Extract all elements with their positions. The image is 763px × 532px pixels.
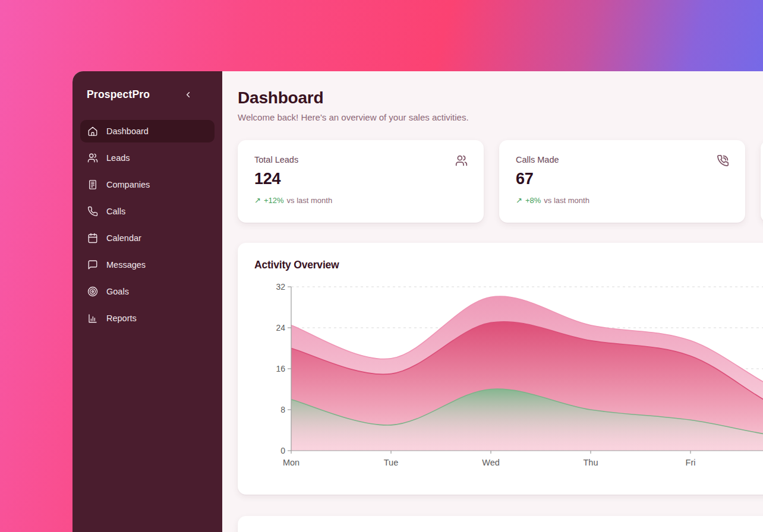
sidebar-nav: DashboardLeadsCompaniesCallsCalendarMess… xyxy=(80,120,215,330)
sidebar-item-goals[interactable]: Goals xyxy=(80,280,215,303)
stat-label: Total Leads xyxy=(254,155,467,164)
sidebar: ProspectPro DashboardLeadsCompaniesCalls… xyxy=(72,71,222,532)
sidebar-item-companies[interactable]: Companies xyxy=(80,173,215,196)
main-content: Dashboard Welcome back! Here's an overvi… xyxy=(222,71,763,532)
stat-card-calls-made: Calls Made67↗+8%vs last month xyxy=(499,140,745,223)
sidebar-item-dashboard[interactable]: Dashboard xyxy=(80,120,215,142)
trend-up-arrow-icon: ↗ xyxy=(254,196,261,205)
svg-text:Mon: Mon xyxy=(283,458,299,467)
sidebar-item-messages[interactable]: Messages xyxy=(80,254,215,276)
sidebar-item-label: Goals xyxy=(106,287,129,296)
phone-call-icon xyxy=(717,154,729,169)
svg-text:Thu: Thu xyxy=(584,458,598,467)
sidebar-header: ProspectPro xyxy=(80,86,215,101)
users-icon xyxy=(455,154,468,169)
calendar-icon xyxy=(87,233,98,243)
delta-note: vs last month xyxy=(287,196,333,205)
sidebar-item-reports[interactable]: Reports xyxy=(80,307,215,330)
sidebar-item-label: Calendar xyxy=(106,233,141,243)
delta-percent: +12% xyxy=(264,196,284,205)
sidebar-item-calls[interactable]: Calls xyxy=(80,200,215,223)
stat-card-total-leads: Total Leads124↗+12%vs last month xyxy=(238,140,484,223)
activity-chart: 08162432MonTueWedThuFriSatSun xyxy=(254,280,763,476)
sidebar-collapse-button[interactable] xyxy=(184,88,209,101)
svg-text:0: 0 xyxy=(280,446,285,455)
svg-text:32: 32 xyxy=(276,282,285,292)
stat-value: 67 xyxy=(516,170,729,188)
sidebar-item-label: Reports xyxy=(106,314,137,323)
svg-text:Tue: Tue xyxy=(384,458,398,467)
delta-percent: +8% xyxy=(525,196,541,205)
svg-text:24: 24 xyxy=(276,323,285,332)
sidebar-item-calendar[interactable]: Calendar xyxy=(80,227,215,249)
sidebar-item-label: Companies xyxy=(106,180,150,189)
svg-text:Fri: Fri xyxy=(686,458,696,467)
page-title: Dashboard xyxy=(238,88,763,108)
users-icon xyxy=(87,153,98,163)
svg-text:Wed: Wed xyxy=(482,458,500,467)
sidebar-item-leads[interactable]: Leads xyxy=(80,147,215,169)
chart-title: Activity Overview xyxy=(254,259,763,271)
stat-value: 124 xyxy=(254,170,467,188)
building-icon xyxy=(87,179,98,190)
target-icon xyxy=(87,286,98,297)
bottom-card-clipped xyxy=(238,516,763,532)
stat-label: Calls Made xyxy=(516,155,729,164)
delta-note: vs last month xyxy=(544,196,589,205)
home-icon xyxy=(87,126,98,137)
svg-text:8: 8 xyxy=(280,405,285,414)
stats-row: Total Leads124↗+12%vs last monthCalls Ma… xyxy=(238,140,763,223)
brand-logo-text: ProspectPro xyxy=(87,88,150,101)
phone-icon xyxy=(87,206,98,217)
app-window: ProspectPro DashboardLeadsCompaniesCalls… xyxy=(72,71,763,532)
sidebar-item-label: Leads xyxy=(106,153,130,163)
stat-delta: ↗+8%vs last month xyxy=(516,196,729,205)
sidebar-item-label: Messages xyxy=(106,260,146,270)
message-square-icon xyxy=(87,259,98,270)
sidebar-item-label: Dashboard xyxy=(106,126,149,136)
bar-chart-icon xyxy=(87,313,98,324)
svg-text:16: 16 xyxy=(276,364,285,373)
page-subtitle: Welcome back! Here's an overview of your… xyxy=(238,112,763,124)
activity-overview-card: Activity Overview 08162432MonTueWedThuFr… xyxy=(238,243,763,495)
sidebar-item-label: Calls xyxy=(106,207,125,216)
chevron-left-icon xyxy=(184,90,194,101)
stat-card-clipped xyxy=(761,140,763,223)
trend-up-arrow-icon: ↗ xyxy=(516,196,522,205)
stat-delta: ↗+12%vs last month xyxy=(254,196,467,205)
